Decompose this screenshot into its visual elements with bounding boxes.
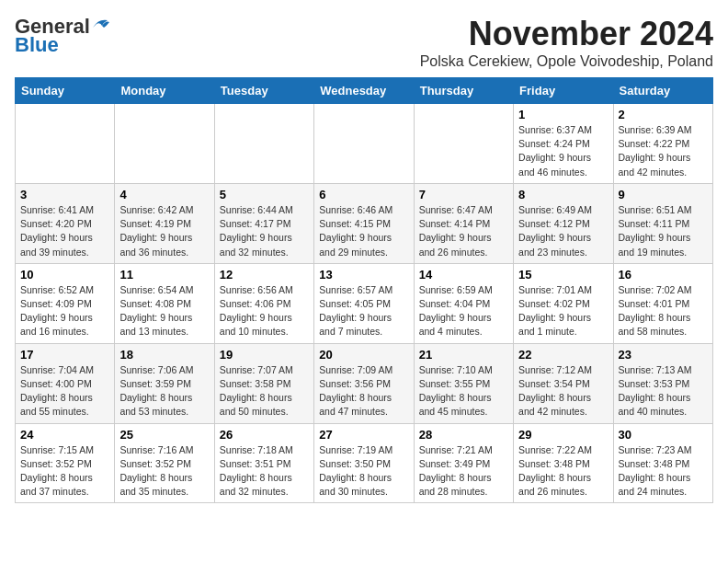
day-number: 15 [518, 268, 608, 282]
calendar-cell [16, 104, 115, 184]
day-info: Sunrise: 7:18 AM Sunset: 3:51 PM Dayligh… [220, 443, 309, 500]
day-info: Sunrise: 7:06 AM Sunset: 3:59 PM Dayligh… [119, 363, 209, 419]
calendar-cell: 27Sunrise: 7:19 AM Sunset: 3:50 PM Dayli… [314, 423, 414, 503]
calendar-cell: 15Sunrise: 7:01 AM Sunset: 4:02 PM Dayli… [514, 263, 613, 343]
day-info: Sunrise: 6:59 AM Sunset: 4:04 PM Dayligh… [419, 283, 508, 339]
day-info: Sunrise: 6:42 AM Sunset: 4:19 PM Dayligh… [119, 203, 209, 259]
day-number: 28 [419, 428, 508, 442]
calendar-week-row: 3Sunrise: 6:41 AM Sunset: 4:20 PM Daylig… [16, 183, 713, 263]
logo-blue-text: Blue [15, 33, 59, 57]
calendar-cell: 10Sunrise: 6:52 AM Sunset: 4:09 PM Dayli… [16, 263, 115, 343]
calendar-cell: 11Sunrise: 6:54 AM Sunset: 4:08 PM Dayli… [115, 263, 214, 343]
day-info: Sunrise: 6:49 AM Sunset: 4:12 PM Dayligh… [518, 203, 608, 259]
calendar-cell: 30Sunrise: 7:23 AM Sunset: 3:48 PM Dayli… [613, 423, 712, 503]
calendar-cell: 13Sunrise: 6:57 AM Sunset: 4:05 PM Dayli… [314, 263, 414, 343]
day-info: Sunrise: 6:46 AM Sunset: 4:15 PM Dayligh… [319, 203, 408, 259]
day-info: Sunrise: 7:19 AM Sunset: 3:50 PM Dayligh… [319, 443, 408, 500]
day-number: 8 [518, 188, 608, 201]
day-number: 14 [419, 268, 508, 282]
day-number: 16 [619, 268, 708, 282]
day-number: 12 [220, 268, 309, 282]
day-info: Sunrise: 7:22 AM Sunset: 3:48 PM Dayligh… [518, 443, 608, 500]
calendar-header-wednesday: Wednesday [314, 78, 414, 104]
day-number: 23 [619, 348, 708, 362]
day-info: Sunrise: 6:37 AM Sunset: 4:24 PM Dayligh… [518, 123, 608, 179]
day-info: Sunrise: 7:13 AM Sunset: 3:53 PM Dayligh… [619, 363, 708, 419]
day-info: Sunrise: 6:54 AM Sunset: 4:08 PM Dayligh… [119, 283, 209, 339]
calendar-header-sunday: Sunday [16, 78, 115, 104]
day-number: 7 [419, 188, 508, 201]
calendar-cell: 20Sunrise: 7:09 AM Sunset: 3:56 PM Dayli… [314, 343, 414, 423]
month-title: November 2024 [420, 15, 713, 53]
day-info: Sunrise: 7:02 AM Sunset: 4:01 PM Dayligh… [619, 283, 708, 339]
calendar-week-row: 1Sunrise: 6:37 AM Sunset: 4:24 PM Daylig… [16, 104, 713, 184]
day-number: 21 [419, 348, 508, 362]
calendar-week-row: 17Sunrise: 7:04 AM Sunset: 4:00 PM Dayli… [16, 343, 713, 423]
day-number: 10 [20, 268, 109, 282]
calendar-cell: 29Sunrise: 7:22 AM Sunset: 3:48 PM Dayli… [514, 423, 613, 503]
day-number: 5 [220, 188, 309, 201]
calendar-cell: 4Sunrise: 6:42 AM Sunset: 4:19 PM Daylig… [115, 183, 214, 263]
day-number: 30 [619, 428, 708, 442]
day-number: 1 [518, 108, 608, 121]
calendar-cell [414, 104, 513, 184]
day-number: 9 [619, 188, 708, 201]
logo-bird-icon [91, 15, 111, 35]
calendar-header-monday: Monday [115, 78, 214, 104]
day-number: 6 [319, 188, 408, 201]
day-info: Sunrise: 7:07 AM Sunset: 3:58 PM Dayligh… [220, 363, 309, 419]
calendar-cell: 17Sunrise: 7:04 AM Sunset: 4:00 PM Dayli… [16, 343, 115, 423]
day-number: 22 [518, 348, 608, 362]
calendar-cell [214, 104, 313, 184]
calendar-header-row: SundayMondayTuesdayWednesdayThursdayFrid… [16, 78, 713, 104]
day-info: Sunrise: 7:21 AM Sunset: 3:49 PM Dayligh… [419, 443, 508, 500]
calendar-header-tuesday: Tuesday [214, 78, 313, 104]
day-info: Sunrise: 7:15 AM Sunset: 3:52 PM Dayligh… [20, 443, 109, 500]
day-info: Sunrise: 7:23 AM Sunset: 3:48 PM Dayligh… [619, 443, 708, 500]
calendar-cell: 7Sunrise: 6:47 AM Sunset: 4:14 PM Daylig… [414, 183, 513, 263]
calendar-cell [115, 104, 214, 184]
day-info: Sunrise: 7:04 AM Sunset: 4:00 PM Dayligh… [20, 363, 109, 419]
day-number: 18 [119, 348, 209, 362]
day-number: 4 [119, 188, 209, 201]
calendar-header-thursday: Thursday [414, 78, 513, 104]
calendar-cell: 22Sunrise: 7:12 AM Sunset: 3:54 PM Dayli… [514, 343, 613, 423]
calendar-table: SundayMondayTuesdayWednesdayThursdayFrid… [15, 77, 713, 503]
day-info: Sunrise: 7:09 AM Sunset: 3:56 PM Dayligh… [319, 363, 408, 419]
day-info: Sunrise: 6:57 AM Sunset: 4:05 PM Dayligh… [319, 283, 408, 339]
day-info: Sunrise: 6:41 AM Sunset: 4:20 PM Dayligh… [20, 203, 109, 259]
day-info: Sunrise: 6:47 AM Sunset: 4:14 PM Dayligh… [419, 203, 508, 259]
calendar-cell: 18Sunrise: 7:06 AM Sunset: 3:59 PM Dayli… [115, 343, 214, 423]
calendar-cell: 6Sunrise: 6:46 AM Sunset: 4:15 PM Daylig… [314, 183, 414, 263]
calendar-cell: 25Sunrise: 7:16 AM Sunset: 3:52 PM Dayli… [115, 423, 214, 503]
calendar-header-saturday: Saturday [613, 78, 712, 104]
calendar-cell [314, 104, 414, 184]
calendar-cell: 2Sunrise: 6:39 AM Sunset: 4:22 PM Daylig… [613, 104, 712, 184]
calendar-cell: 14Sunrise: 6:59 AM Sunset: 4:04 PM Dayli… [414, 263, 513, 343]
day-number: 26 [220, 428, 309, 442]
day-info: Sunrise: 6:39 AM Sunset: 4:22 PM Dayligh… [619, 123, 708, 179]
day-number: 11 [119, 268, 209, 282]
day-number: 17 [20, 348, 109, 362]
day-info: Sunrise: 6:56 AM Sunset: 4:06 PM Dayligh… [220, 283, 309, 339]
calendar-cell: 19Sunrise: 7:07 AM Sunset: 3:58 PM Dayli… [214, 343, 313, 423]
calendar-cell: 3Sunrise: 6:41 AM Sunset: 4:20 PM Daylig… [16, 183, 115, 263]
location-title: Polska Cerekiew, Opole Voivodeship, Pola… [420, 53, 713, 70]
day-info: Sunrise: 7:16 AM Sunset: 3:52 PM Dayligh… [119, 443, 209, 500]
day-info: Sunrise: 7:10 AM Sunset: 3:55 PM Dayligh… [419, 363, 508, 419]
title-area: November 2024 Polska Cerekiew, Opole Voi… [420, 15, 713, 70]
day-info: Sunrise: 6:44 AM Sunset: 4:17 PM Dayligh… [220, 203, 309, 259]
calendar-cell: 8Sunrise: 6:49 AM Sunset: 4:12 PM Daylig… [514, 183, 613, 263]
day-info: Sunrise: 7:01 AM Sunset: 4:02 PM Dayligh… [518, 283, 608, 339]
calendar-cell: 5Sunrise: 6:44 AM Sunset: 4:17 PM Daylig… [214, 183, 313, 263]
day-info: Sunrise: 7:12 AM Sunset: 3:54 PM Dayligh… [518, 363, 608, 419]
calendar-cell: 16Sunrise: 7:02 AM Sunset: 4:01 PM Dayli… [613, 263, 712, 343]
day-number: 3 [20, 188, 109, 201]
calendar-cell: 28Sunrise: 7:21 AM Sunset: 3:49 PM Dayli… [414, 423, 513, 503]
day-number: 27 [319, 428, 408, 442]
calendar-cell: 24Sunrise: 7:15 AM Sunset: 3:52 PM Dayli… [16, 423, 115, 503]
day-number: 20 [319, 348, 408, 362]
logo: General Blue [15, 15, 111, 57]
calendar-week-row: 10Sunrise: 6:52 AM Sunset: 4:09 PM Dayli… [16, 263, 713, 343]
calendar-header-friday: Friday [514, 78, 613, 104]
